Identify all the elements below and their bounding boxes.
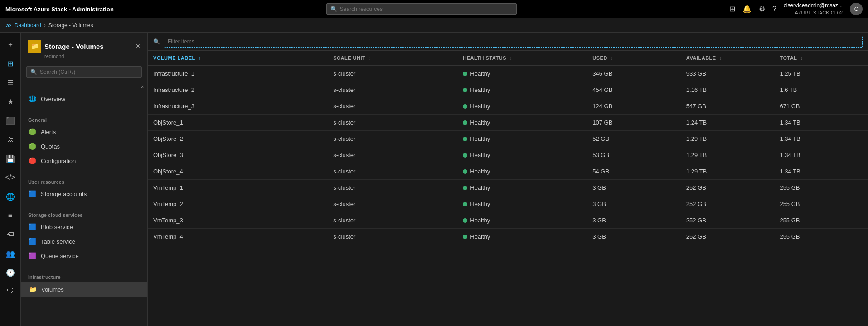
table-service-icon: 🟦: [28, 237, 36, 245]
topbar-left: Microsoft Azure Stack - Administration: [5, 6, 114, 13]
nav-icon-services[interactable]: ⬛: [2, 112, 19, 129]
table-row[interactable]: VmTemp_3 s-cluster Healthy 3 GB 252 GB 2…: [148, 212, 868, 229]
nav-icon-shield[interactable]: 🛡: [2, 283, 19, 300]
table-row[interactable]: VmTemp_2 s-cluster Healthy 3 GB 252 GB 2…: [148, 196, 868, 212]
user-tenant: AZURE STACK CI 02: [784, 10, 843, 16]
cell-used: 107 GB: [587, 115, 681, 131]
col-header-volume[interactable]: VOLUME LABEL ↑: [148, 51, 328, 66]
panel-header: 📁 Storage - Volumes ×: [21, 33, 147, 56]
nav-item-alerts[interactable]: 🟢 Alerts: [21, 125, 147, 139]
left-nav: 📁 Storage - Volumes × redmond 🔍 « 🌐 Over…: [21, 33, 148, 326]
table-row[interactable]: Infrastructure_3 s-cluster Healthy 124 G…: [148, 98, 868, 115]
nav-icon-list[interactable]: ≡: [2, 207, 19, 224]
table-row[interactable]: ObjStore_1 s-cluster Healthy 107 GB 1.24…: [148, 115, 868, 131]
panel-folder-icon: 📁: [28, 40, 41, 53]
health-dot-icon: [463, 104, 467, 109]
cell-scale: s-cluster: [328, 163, 457, 180]
nav-icon-globe[interactable]: 🌐: [2, 188, 19, 205]
cell-used: 3 GB: [587, 229, 681, 245]
cell-available: 252 GB: [681, 196, 775, 212]
health-dot-icon: [463, 153, 467, 158]
cell-used: 454 GB: [587, 82, 681, 98]
nav-icon-users[interactable]: 👥: [2, 245, 19, 262]
cell-health: Healthy: [457, 82, 587, 98]
nav-item-blob-service-label: Blob service: [41, 224, 73, 230]
nav-item-blob-service[interactable]: 🟦 Blob service: [21, 220, 147, 234]
table-row[interactable]: ObjStore_4 s-cluster Healthy 54 GB 1.29 …: [148, 163, 868, 180]
nav-icon-storage[interactable]: 💾: [2, 150, 19, 167]
col-header-scale[interactable]: SCALE UNIT ↕: [328, 51, 457, 66]
filter-input[interactable]: [164, 36, 863, 48]
data-table: VOLUME LABEL ↑ SCALE UNIT ↕ HEALTH STATU…: [148, 51, 868, 326]
nav-item-table-service-label: Table service: [41, 238, 75, 245]
nav-icon-all-resources[interactable]: ☰: [2, 74, 19, 91]
nav-item-queue-service[interactable]: 🟪 Queue service: [21, 249, 147, 263]
cell-scale: s-cluster: [328, 180, 457, 196]
nav-item-volumes[interactable]: 📁 Volumes: [21, 282, 147, 297]
search-input[interactable]: [340, 6, 513, 12]
nav-item-overview-label: Overview: [41, 96, 65, 102]
panel-title: Storage - Volumes: [44, 43, 104, 50]
nav-icon-clock[interactable]: 🕐: [2, 264, 19, 281]
cell-volume: VmTemp_2: [148, 196, 328, 212]
collapse-nav-btn[interactable]: «: [141, 83, 144, 90]
section-general: General: [21, 112, 147, 125]
cell-volume: Infrastructure_3: [148, 98, 328, 115]
nav-icon-favorites[interactable]: ★: [2, 93, 19, 110]
nav-search-box[interactable]: 🔍: [26, 66, 142, 78]
cell-scale: s-cluster: [328, 82, 457, 98]
close-button[interactable]: ×: [136, 42, 140, 50]
cell-scale: s-cluster: [328, 115, 457, 131]
health-label: Healthy: [470, 103, 490, 110]
cell-used: 53 GB: [587, 147, 681, 163]
expand-sidebar-btn[interactable]: ≫: [5, 22, 12, 29]
nav-item-overview[interactable]: 🌐 Overview: [21, 91, 147, 106]
cell-available: 252 GB: [681, 229, 775, 245]
cell-used: 3 GB: [587, 212, 681, 229]
cell-scale: s-cluster: [328, 66, 457, 82]
nav-item-quotas[interactable]: 🟢 Quotas: [21, 139, 147, 153]
col-header-available[interactable]: AVAILABLE ↕: [681, 51, 775, 66]
table-row[interactable]: VmTemp_1 s-cluster Healthy 3 GB 252 GB 2…: [148, 180, 868, 196]
cell-used: 3 GB: [587, 180, 681, 196]
col-header-total[interactable]: TOTAL ↕: [774, 51, 868, 66]
nav-icon-plus[interactable]: ＋: [2, 36, 19, 53]
section-cloud-services: Storage cloud services: [21, 207, 147, 220]
breadcrumb-dashboard[interactable]: Dashboard: [15, 22, 41, 29]
nav-search-input[interactable]: [40, 69, 138, 75]
sort-asc-icon: ↑: [199, 56, 201, 61]
nav-item-table-service[interactable]: 🟦 Table service: [21, 234, 147, 249]
nav-item-configuration[interactable]: 🔴 Configuration: [21, 153, 147, 168]
overview-icon: 🌐: [28, 95, 36, 103]
avatar[interactable]: C: [850, 3, 863, 15]
cell-total: 671 GB: [774, 98, 868, 115]
settings-icon[interactable]: ⚙: [759, 5, 765, 13]
cell-available: 1.29 TB: [681, 131, 775, 147]
nav-icon-resource-groups[interactable]: 🗂: [2, 131, 19, 148]
table-row[interactable]: ObjStore_2 s-cluster Healthy 52 GB 1.29 …: [148, 131, 868, 147]
col-header-health[interactable]: HEALTH STATUS ↕: [457, 51, 587, 66]
nav-icon-tag[interactable]: 🏷: [2, 226, 19, 243]
help-icon[interactable]: ?: [772, 5, 776, 13]
cell-health: Healthy: [457, 229, 587, 245]
cell-available: 547 GB: [681, 98, 775, 115]
nav-item-storage-accounts[interactable]: 🟦 Storage accounts: [21, 187, 147, 201]
table-row[interactable]: ObjStore_3 s-cluster Healthy 53 GB 1.29 …: [148, 147, 868, 163]
bell-icon[interactable]: 🔔: [742, 5, 752, 13]
health-dot-icon: [463, 88, 467, 92]
content-area: 🔍 VOLUME LABEL ↑ SCALE UNIT ↕: [148, 33, 868, 326]
table-row[interactable]: VmTemp_4 s-cluster Healthy 3 GB 252 GB 2…: [148, 229, 868, 245]
topbar-right: ⊞ 🔔 ⚙ ? ciserviceadmin@msaz... AZURE STA…: [729, 2, 863, 16]
health-label: Healthy: [470, 135, 490, 142]
app-title: Microsoft Azure Stack - Administration: [5, 6, 114, 13]
portal-icon[interactable]: ⊞: [729, 5, 735, 13]
col-header-used[interactable]: USED ↕: [587, 51, 681, 66]
nav-icon-code[interactable]: </>: [2, 169, 19, 186]
search-icon: 🔍: [330, 6, 337, 12]
cell-health: Healthy: [457, 163, 587, 180]
search-bar[interactable]: 🔍: [326, 3, 517, 15]
nav-icon-dashboard[interactable]: ⊞: [2, 55, 19, 72]
table-row[interactable]: Infrastructure_2 s-cluster Healthy 454 G…: [148, 82, 868, 98]
health-label: Healthy: [470, 86, 490, 93]
table-row[interactable]: Infrastructure_1 s-cluster Healthy 346 G…: [148, 66, 868, 82]
